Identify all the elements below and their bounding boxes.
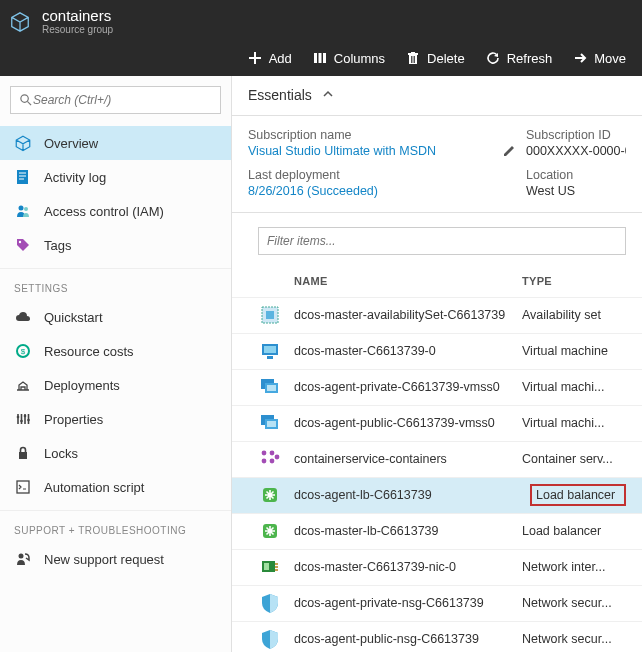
page-title: containers	[42, 8, 113, 25]
script-icon	[14, 478, 32, 496]
sidebar: Overview Activity log Access control (IA…	[0, 76, 232, 652]
sidebar-search[interactable]	[10, 86, 221, 114]
trash-icon	[405, 50, 421, 66]
sidebar-label: Quickstart	[44, 310, 103, 325]
svg-rect-2	[323, 53, 326, 63]
sidebar-item-activity[interactable]: Activity log	[0, 160, 231, 194]
table-row[interactable]: dcos-agent-private-C6613739-vmss0 Virtua…	[232, 369, 642, 405]
sidebar-label: New support request	[44, 552, 164, 567]
resource-name: dcos-agent-public-C6613739-vmss0	[294, 416, 522, 430]
sidebar-label: Resource costs	[44, 344, 134, 359]
subscription-name-label: Subscription name	[248, 128, 502, 142]
resource-type: Load balancer	[530, 484, 626, 506]
refresh-icon	[485, 50, 501, 66]
columns-label: Columns	[334, 51, 385, 66]
svg-rect-0	[314, 53, 317, 63]
add-button[interactable]: Add	[239, 46, 300, 70]
svg-rect-15	[17, 481, 29, 493]
cloud-icon	[14, 308, 32, 326]
refresh-button[interactable]: Refresh	[477, 46, 561, 70]
sidebar-item-properties[interactable]: Properties	[0, 402, 231, 436]
section-settings: SETTINGS	[0, 269, 231, 300]
delete-button[interactable]: Delete	[397, 46, 473, 70]
resource-name: containerservice-containers	[294, 452, 522, 466]
resource-type: Network inter...	[522, 560, 626, 574]
lock-icon	[14, 444, 32, 462]
sidebar-item-automation[interactable]: Automation script	[0, 470, 231, 504]
resource-type: Virtual machi...	[522, 380, 626, 394]
container-service-icon	[258, 447, 282, 471]
tag-icon	[14, 236, 32, 254]
svg-rect-36	[264, 563, 269, 570]
table-row[interactable]: dcos-master-C6613739-nic-0 Network inter…	[232, 549, 642, 585]
svg-rect-20	[264, 346, 276, 353]
svg-point-6	[24, 207, 28, 211]
sidebar-item-support[interactable]: New support request	[0, 542, 231, 576]
filter-box[interactable]	[258, 227, 626, 255]
sidebar-item-costs[interactable]: $ Resource costs	[0, 334, 231, 368]
sidebar-item-locks[interactable]: Locks	[0, 436, 231, 470]
plus-icon	[247, 50, 263, 66]
search-icon	[19, 93, 33, 107]
move-label: Move	[594, 51, 626, 66]
table-row[interactable]: dcos-master-C6613739-0 Virtual machine	[232, 333, 642, 369]
essentials-toggle[interactable]: Essentials	[232, 76, 642, 116]
table-row[interactable]: dcos-master-lb-C6613739 Load balancer	[232, 513, 642, 549]
table-row[interactable]: dcos-agent-lb-C6613739 Load balancer	[232, 477, 642, 513]
sidebar-item-deployments[interactable]: Deployments	[0, 368, 231, 402]
resource-type: Network secur...	[522, 596, 626, 610]
sidebar-item-access[interactable]: Access control (IAM)	[0, 194, 231, 228]
activity-log-icon	[14, 168, 32, 186]
nic-icon	[258, 555, 282, 579]
svg-point-5	[19, 206, 24, 211]
access-control-icon	[14, 202, 32, 220]
load-balancer-icon	[258, 483, 282, 507]
support-icon	[14, 550, 32, 568]
sidebar-item-overview[interactable]: Overview	[0, 126, 231, 160]
sidebar-label: Deployments	[44, 378, 120, 393]
sidebar-label: Properties	[44, 412, 103, 427]
nsg-icon	[258, 627, 282, 651]
table-row[interactable]: containerservice-containers Container se…	[232, 441, 642, 477]
deployments-icon	[14, 376, 32, 394]
essentials-panel: Subscription name Visual Studio Ultimate…	[232, 116, 642, 213]
last-deployment-label: Last deployment	[248, 168, 502, 182]
filter-input[interactable]	[267, 234, 617, 248]
essentials-title: Essentials	[248, 87, 312, 103]
properties-icon	[14, 410, 32, 428]
svg-point-29	[270, 451, 275, 456]
arrow-right-icon	[572, 50, 588, 66]
resource-name: dcos-master-lb-C6613739	[294, 524, 522, 538]
resource-name: dcos-agent-private-nsg-C6613739	[294, 596, 522, 610]
svg-rect-1	[318, 53, 321, 63]
subscription-name-link[interactable]: Visual Studio Ultimate with MSDN	[248, 144, 502, 158]
svg-rect-14	[19, 452, 27, 459]
svg-point-31	[270, 459, 275, 464]
table-row[interactable]: dcos-agent-public-nsg-C6613739 Network s…	[232, 621, 642, 652]
column-type[interactable]: TYPE	[522, 275, 626, 287]
columns-button[interactable]: Columns	[304, 46, 393, 70]
column-name[interactable]: NAME	[258, 275, 522, 287]
edit-icon[interactable]	[502, 144, 516, 158]
resource-name: dcos-agent-private-C6613739-vmss0	[294, 380, 522, 394]
add-label: Add	[269, 51, 292, 66]
svg-point-13	[27, 419, 30, 422]
overview-icon	[14, 134, 32, 152]
table-row[interactable]: dcos-agent-private-nsg-C6613739 Network …	[232, 585, 642, 621]
resource-name: dcos-agent-public-nsg-C6613739	[294, 632, 522, 646]
move-button[interactable]: Move	[564, 46, 634, 70]
page-subtitle: Resource group	[42, 24, 113, 35]
svg-point-32	[275, 455, 280, 460]
content-area: Essentials Subscription name Visual Stud…	[232, 76, 642, 652]
last-deployment-link[interactable]: 8/26/2016 (Succeeded)	[248, 184, 502, 198]
resource-name: dcos-master-C6613739-0	[294, 344, 522, 358]
sidebar-item-quickstart[interactable]: Quickstart	[0, 300, 231, 334]
table-row[interactable]: dcos-master-availabilitySet-C6613739 Ava…	[232, 297, 642, 333]
svg-rect-39	[275, 569, 278, 571]
table-row[interactable]: dcos-agent-public-C6613739-vmss0 Virtual…	[232, 405, 642, 441]
svg-point-3	[21, 95, 28, 102]
resource-type: Load balancer	[522, 524, 626, 538]
sidebar-item-tags[interactable]: Tags	[0, 228, 231, 262]
svg-rect-21	[267, 356, 273, 359]
sidebar-search-input[interactable]	[33, 93, 212, 107]
